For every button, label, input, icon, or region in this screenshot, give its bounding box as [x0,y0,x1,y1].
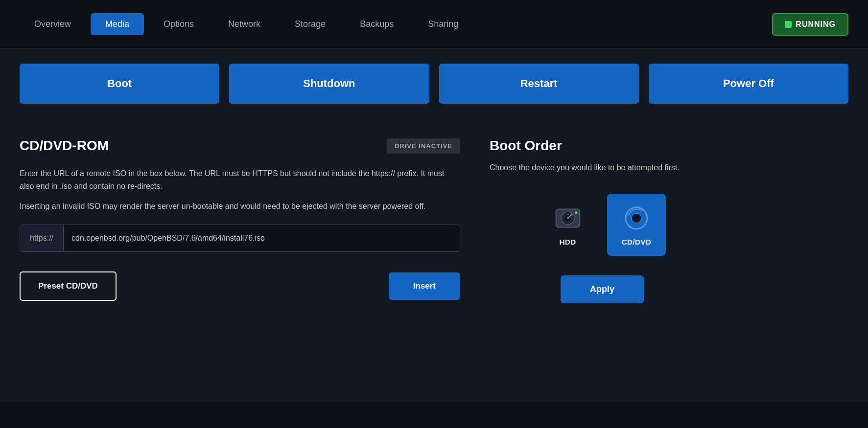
cdvd-buttons: Preset CD/DVD Insert [20,271,460,301]
url-prefix: https:// [20,225,64,251]
cdvd-device-icon [622,203,651,233]
tab-overview[interactable]: Overview [20,13,86,35]
tab-network[interactable]: Network [213,13,275,35]
cdvd-header: CD/DVD-ROM DRIVE INACTIVE [20,138,460,154]
shutdown-button[interactable]: Shutdown [229,64,429,104]
tab-media[interactable]: Media [91,13,144,35]
svg-point-6 [575,211,578,214]
url-input[interactable] [64,225,460,251]
cdvd-device-card[interactable]: CD/DVD [607,194,666,256]
tab-sharing[interactable]: Sharing [413,13,473,35]
power-off-button[interactable]: Power Off [649,64,848,104]
boot-devices: HDD [490,194,715,256]
main-content: CD/DVD-ROM DRIVE INACTIVE Enter the URL … [0,118,868,402]
nav-tabs: Overview Media Options Network Storage B… [20,13,772,35]
cdvd-section: CD/DVD-ROM DRIVE INACTIVE Enter the URL … [20,138,460,383]
hdd-device-card[interactable]: HDD [539,194,597,256]
cdvd-title: CD/DVD-ROM [20,138,109,154]
svg-point-10 [634,216,638,220]
tab-options[interactable]: Options [149,13,209,35]
boot-order-description: Choose the device you would like to be a… [490,161,715,174]
restart-button[interactable]: Restart [439,64,639,104]
svg-point-5 [570,213,572,215]
tab-backups[interactable]: Backups [345,13,408,35]
boot-button[interactable]: Boot [20,64,219,104]
cdvd-description-2: Inserting an invalid ISO may render the … [20,200,460,213]
url-input-container: https:// [20,225,460,252]
cdvd-device-label: CD/DVD [622,238,652,246]
boot-order-title: Boot Order [490,138,715,154]
action-buttons-section: Boot Shutdown Restart Power Off [0,49,868,118]
cdvd-description-1: Enter the URL of a remote ISO in the box… [20,167,460,192]
status-label: RUNNING [796,20,836,29]
hdd-label: HDD [560,238,576,246]
drive-status-badge: DRIVE INACTIVE [387,138,460,154]
navigation: Overview Media Options Network Storage B… [0,0,868,49]
preset-cdvd-button[interactable]: Preset CD/DVD [20,271,117,301]
running-status[interactable]: RUNNING [772,13,848,36]
hdd-icon [553,203,583,233]
boot-order-section: Boot Order Choose the device you would l… [490,138,715,383]
apply-button[interactable]: Apply [561,275,644,303]
status-indicator [785,21,792,28]
insert-button[interactable]: Insert [389,272,460,300]
tab-storage[interactable]: Storage [280,13,340,35]
